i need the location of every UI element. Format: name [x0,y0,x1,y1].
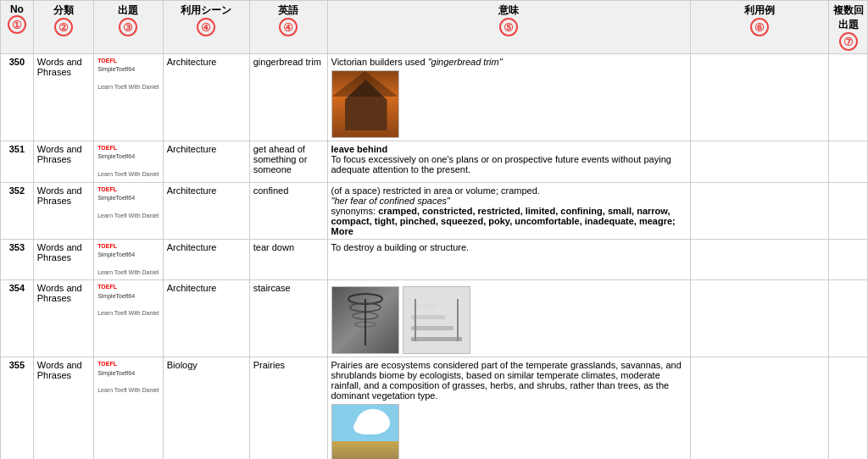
cell-source: TOEFL SimpleToefl64 Learn Toefl With Dan… [94,182,164,239]
svg-rect-6 [411,326,453,330]
cell-category: Words and Phrases [33,357,93,459]
cell-multi [829,280,868,357]
cell-meaning [327,280,690,357]
badge-example: ⑥ [750,18,769,36]
cell-scene: Biology [163,357,249,459]
col-header-meaning: 意味 ⑤ [327,1,690,54]
col-no-label: No [10,3,24,15]
col-header-example: 利用例 ⑥ [690,1,828,54]
cell-meaning: Victorian builders used "gingerbread tri… [327,54,690,141]
table-row: 355Words and Phrases TOEFL SimpleToefl64… [1,357,868,459]
cell-scene: Architecture [163,141,249,183]
cell-no: 353 [1,239,34,280]
cell-category: Words and Phrases [33,239,93,280]
cell-no: 351 [1,141,34,183]
cell-category: Words and Phrases [33,141,93,183]
cell-example [690,357,828,459]
table-row: 352Words and Phrases TOEFL SimpleToefl64… [1,182,868,239]
main-table-wrapper[interactable]: No ① 分類 ② 出題 ③ 利用シーン ④ 英語 ④ [0,0,868,459]
col-header-no: No ① [1,1,34,54]
cell-category: Words and Phrases [33,280,93,357]
cell-category: Words and Phrases [33,54,93,141]
cell-no: 355 [1,357,34,459]
image-staircase-straight [403,286,470,354]
col-cat-label: 分類 [53,4,74,16]
table-row: 351Words and Phrases TOEFL SimpleToefl64… [1,141,868,183]
cell-example [690,182,828,239]
cell-meaning: Prairies are ecosystems considered part … [327,357,690,459]
col-header-multi: 複数回出題 ⑦ [829,1,868,54]
col-header-cat: 分類 ② [33,1,93,54]
cell-meaning: leave behind To focus excessively on one… [327,141,690,183]
cell-english: tear down [249,239,327,280]
cell-multi [829,141,868,183]
svg-rect-5 [411,337,462,341]
cell-example [690,141,828,183]
col-meaning-label: 意味 [498,4,519,16]
cell-english: confined [249,182,327,239]
cell-multi [829,54,868,141]
image-prairies [331,404,399,459]
col-en-label: 英語 [278,4,298,16]
table-row: 354Words and Phrases TOEFL SimpleToefl64… [1,280,868,357]
cell-english: get ahead of something or someone [249,141,327,183]
cell-source: TOEFL SimpleToefl64 Learn Toefl With Dan… [94,239,164,280]
cell-source: TOEFL SimpleToefl64 Learn Toefl With Dan… [94,54,164,141]
cell-multi [829,239,868,280]
cell-no: 352 [1,182,34,239]
cell-source: TOEFL SimpleToefl64 Learn Toefl With Dan… [94,280,164,357]
badge-no: ① [8,15,26,34]
cell-example [690,54,828,141]
cell-scene: Architecture [163,280,249,357]
cell-scene: Architecture [163,239,249,280]
cell-source: TOEFL SimpleToefl64 Learn Toefl With Dan… [94,357,164,459]
col-header-en: 英語 ④ [249,1,327,54]
col-scene-label: 利用シーン [181,4,231,16]
cell-category: Words and Phrases [33,182,93,239]
col-example-label: 利用例 [744,4,775,16]
image-staircase-spiral [331,286,399,354]
table-row: 350Words and Phrases TOEFL SimpleToefl64… [1,54,868,141]
table-row: 353Words and Phrases TOEFL SimpleToefl64… [1,239,868,280]
cell-source: TOEFL SimpleToefl64 Learn Toefl With Dan… [94,141,164,183]
badge-meaning2: ⑤ [499,18,518,36]
cell-english: staircase [249,280,327,357]
cell-no: 350 [1,54,34,141]
cell-english: Prairies [249,357,327,459]
cell-example [690,280,828,357]
cell-english: gingerbread trim [249,54,327,141]
col-multi-label: 複数回出題 [833,4,864,30]
col-header-source: 出題 ③ [94,1,164,54]
cell-scene: Architecture [163,54,249,141]
cell-multi [829,357,868,459]
badge-meaning: ④ [279,18,298,36]
cell-example [690,239,828,280]
cell-no: 354 [1,280,34,357]
cell-meaning: To destroy a building or structure. [327,239,690,280]
col-source-label: 出題 [118,4,138,16]
col-header-scene: 利用シーン ④ [163,1,249,54]
cell-scene: Architecture [163,182,249,239]
badge-cat: ② [54,18,73,36]
badge-multi: ⑦ [839,32,858,51]
cell-meaning: (of a space) restricted in area or volum… [327,182,690,239]
badge-scene: ④ [197,18,215,36]
badge-source: ③ [119,18,137,36]
image-gingerbread [331,70,399,138]
cell-multi [829,182,868,239]
